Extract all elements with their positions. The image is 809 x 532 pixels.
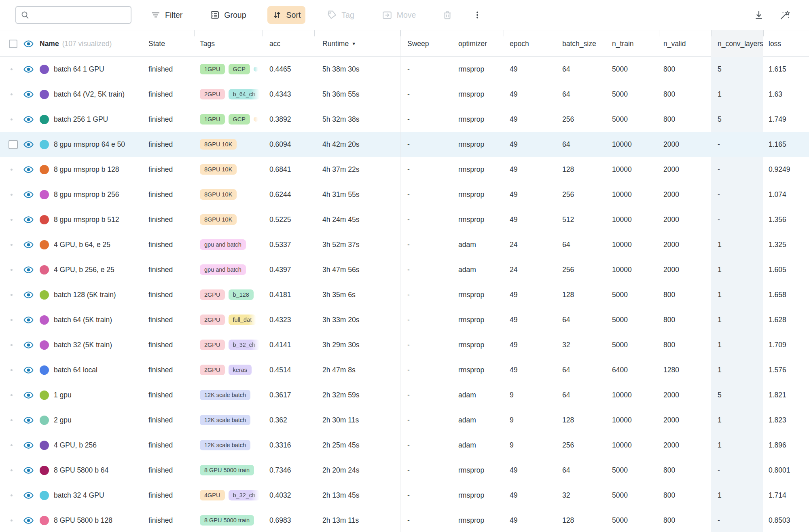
table-row[interactable]: batch 256 1 GPU finished 1GPUGCP 0.3892 … xyxy=(0,107,809,132)
visibility-eye-icon[interactable] xyxy=(23,189,34,200)
row-select-cell[interactable] xyxy=(0,458,23,483)
row-select-cell[interactable] xyxy=(0,257,23,282)
row-select-cell[interactable] xyxy=(0,57,23,82)
drag-handle-dot[interactable] xyxy=(11,369,13,371)
search-box[interactable] xyxy=(15,6,131,24)
run-name[interactable]: 8 gpu rmsprop b 512 xyxy=(54,215,140,224)
visibility-eye-icon[interactable] xyxy=(23,264,34,275)
visibility-eye-icon[interactable] xyxy=(23,515,34,526)
header-runtime[interactable]: Runtime ▼ xyxy=(314,30,400,57)
drag-handle-dot[interactable] xyxy=(11,419,13,421)
run-name-cell[interactable]: batch 64 local xyxy=(40,357,143,382)
drag-handle-dot[interactable] xyxy=(11,319,13,321)
table-row[interactable]: 1 gpu finished 12K scale batch 0.3617 2h… xyxy=(0,382,809,407)
header-optimizer[interactable]: optimizer xyxy=(452,30,504,57)
run-name-cell[interactable]: 8 gpu rmsprop b 256 xyxy=(40,182,143,207)
visibility-eye-icon[interactable] xyxy=(23,114,34,125)
run-name-cell[interactable]: batch 64 (5K train) xyxy=(40,307,143,332)
run-name[interactable]: batch 256 1 GPU xyxy=(54,115,140,124)
table-row[interactable]: batch 64 1 GPU finished 1GPUGCP 0.4465 5… xyxy=(0,57,809,82)
run-name[interactable]: 4 GPU, b 64, e 25 xyxy=(54,241,140,249)
more-options-button[interactable] xyxy=(468,6,486,24)
visibility-eye-icon[interactable] xyxy=(23,164,34,175)
drag-handle-dot[interactable] xyxy=(11,93,13,95)
row-select-cell[interactable] xyxy=(0,483,23,508)
drag-handle-dot[interactable] xyxy=(11,344,13,346)
run-name[interactable]: 2 gpu xyxy=(54,416,140,424)
table-row[interactable]: batch 64 (5K train) finished 2GPUfull_da… xyxy=(0,307,809,332)
table-row[interactable]: 8 gpu rmsprop b 128 finished 8GPU 10K 0.… xyxy=(0,157,809,182)
row-select-cell[interactable] xyxy=(0,232,23,257)
table-row[interactable]: 8 GPU 5800 b 128 finished 8 GPU 5000 tra… xyxy=(0,508,809,532)
drag-handle-dot[interactable] xyxy=(11,269,13,271)
run-name-cell[interactable]: 8 gpu rmsprop b 128 xyxy=(40,157,143,182)
row-select-cell[interactable] xyxy=(0,332,23,357)
row-select-cell[interactable] xyxy=(0,433,23,458)
row-select-cell[interactable] xyxy=(0,157,23,182)
run-name[interactable]: batch 32 (5K train) xyxy=(54,341,140,349)
header-n-conv-layers[interactable]: n_conv_layers xyxy=(711,30,763,57)
search-input[interactable] xyxy=(32,11,127,19)
drag-handle-dot[interactable] xyxy=(11,219,13,221)
run-name-cell[interactable]: batch 64 (V2, 5K train) xyxy=(40,82,143,107)
header-loss[interactable]: loss xyxy=(763,30,809,57)
visibility-eye-icon[interactable] xyxy=(23,214,34,225)
table-row[interactable]: batch 32 4 GPU finished 4GPUb_32_ch 0.40… xyxy=(0,483,809,508)
drag-handle-dot[interactable] xyxy=(11,118,13,120)
table-row[interactable]: 4 GPU, b 256 finished 12K scale batch 0.… xyxy=(0,433,809,458)
run-name[interactable]: batch 64 local xyxy=(54,366,140,374)
visibility-eye-icon[interactable] xyxy=(23,340,34,350)
drag-handle-dot[interactable] xyxy=(11,494,13,496)
run-name-cell[interactable]: 8 GPU 5800 b 64 xyxy=(40,458,143,483)
visibility-eye-icon[interactable] xyxy=(23,365,34,376)
header-name[interactable]: Name (107 visualized) xyxy=(40,30,143,57)
run-name-cell[interactable]: 8 gpu rmsprop 64 e 50 xyxy=(40,132,143,157)
drag-handle-dot[interactable] xyxy=(11,68,13,70)
run-name[interactable]: 8 gpu rmsprop b 128 xyxy=(54,165,140,174)
row-checkbox[interactable] xyxy=(8,140,18,149)
row-select-cell[interactable] xyxy=(0,207,23,232)
run-name[interactable]: batch 128 (5K train) xyxy=(54,291,140,299)
row-select-cell[interactable] xyxy=(0,307,23,332)
visibility-eye-icon[interactable] xyxy=(23,490,34,501)
delete-button[interactable] xyxy=(438,6,456,24)
table-row[interactable]: batch 32 (5K train) finished 2GPUb_32_ch… xyxy=(0,332,809,357)
table-row[interactable]: 2 gpu finished 12K scale batch 0.362 2h … xyxy=(0,407,809,433)
header-epoch[interactable]: epoch xyxy=(504,30,556,57)
run-name-cell[interactable]: 2 gpu xyxy=(40,407,143,433)
filter-button[interactable]: Filter xyxy=(146,6,187,24)
header-sweep[interactable]: Sweep xyxy=(400,30,452,57)
run-name-cell[interactable]: 1 gpu xyxy=(40,382,143,407)
run-name-cell[interactable]: batch 64 1 GPU xyxy=(40,57,143,82)
run-name-cell[interactable]: 8 gpu rmsprop b 512 xyxy=(40,207,143,232)
run-name-cell[interactable]: batch 32 (5K train) xyxy=(40,332,143,357)
table-row[interactable]: 4 GPU, b 256, e 25 finished gpu and batc… xyxy=(0,257,809,282)
drag-handle-dot[interactable] xyxy=(11,519,13,521)
visibility-eye-icon[interactable] xyxy=(23,139,34,150)
row-select-cell[interactable] xyxy=(0,282,23,307)
table-row[interactable]: 8 gpu rmsprop b 512 finished 8GPU 10K 0.… xyxy=(0,207,809,232)
run-name[interactable]: batch 32 4 GPU xyxy=(54,491,140,500)
drag-handle-dot[interactable] xyxy=(11,169,13,171)
run-name[interactable]: 4 GPU, b 256 xyxy=(54,441,140,450)
drag-handle-dot[interactable] xyxy=(11,469,13,471)
drag-handle-dot[interactable] xyxy=(11,194,13,196)
tag-button[interactable]: Tag xyxy=(322,6,359,24)
visibility-eye-icon[interactable] xyxy=(23,390,34,401)
run-name-cell[interactable]: batch 128 (5K train) xyxy=(40,282,143,307)
visibility-eye-icon[interactable] xyxy=(23,239,34,250)
run-name[interactable]: 8 gpu rmsprop b 256 xyxy=(54,190,140,199)
run-name-cell[interactable]: batch 256 1 GPU xyxy=(40,107,143,132)
run-name[interactable]: batch 64 (5K train) xyxy=(54,316,140,324)
visibility-eye-icon[interactable] xyxy=(23,465,34,476)
run-name[interactable]: batch 64 1 GPU xyxy=(54,65,140,74)
group-button[interactable]: Group xyxy=(205,6,251,24)
table-row[interactable]: 4 GPU, b 64, e 25 finished gpu and batch… xyxy=(0,232,809,257)
header-n-train[interactable]: n_train xyxy=(607,30,659,57)
run-name-cell[interactable]: 4 GPU, b 64, e 25 xyxy=(40,232,143,257)
visibility-eye-icon[interactable] xyxy=(23,289,34,300)
row-select-cell[interactable] xyxy=(0,107,23,132)
drag-handle-dot[interactable] xyxy=(11,244,13,246)
run-name[interactable]: 8 GPU 5800 b 128 xyxy=(54,516,140,525)
header-state[interactable]: State xyxy=(143,30,194,57)
